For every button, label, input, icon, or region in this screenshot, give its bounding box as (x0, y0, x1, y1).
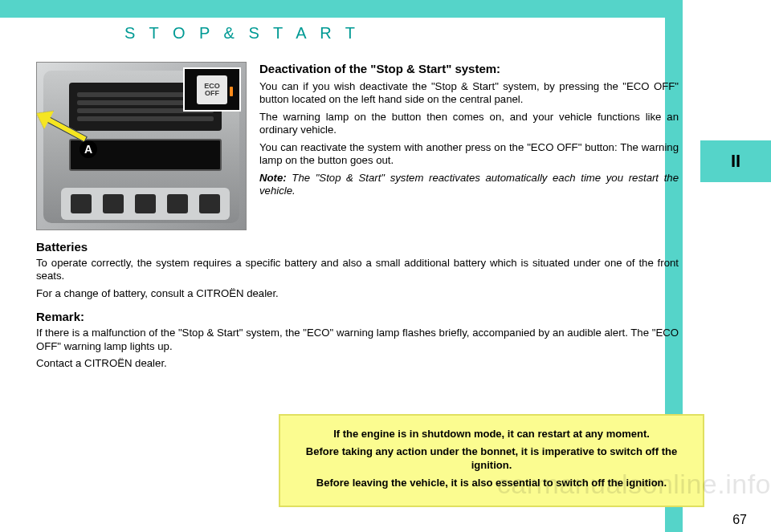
warning-line2: Before taking any action under the bonne… (295, 445, 688, 473)
eco-off-button-inset: ECO OFF (183, 67, 241, 112)
deactivation-p1: You can if you wish deactivate the "Stop… (259, 80, 679, 107)
deactivation-heading: Deactivation of the "Stop & Start" syste… (259, 62, 679, 77)
page-number: 67 (732, 513, 747, 527)
section-tab: II (700, 140, 771, 182)
remark-p2: Contact a CITROËN dealer. (36, 357, 679, 371)
dashboard-photo: ECO OFF (36, 62, 247, 230)
batteries-p2: For a change of battery, consult a CITRO… (36, 287, 679, 301)
remark-heading: Remark: (36, 310, 679, 325)
top-row: ECO OFF A Deactivation of the "Stop & St… (36, 62, 679, 230)
eco-off-led (230, 87, 233, 96)
deactivation-section: Deactivation of the "Stop & Start" syste… (259, 62, 679, 230)
eco-off-button-face: ECO OFF (197, 75, 227, 104)
warning-line1: If the engine is in shutdown mode, it ca… (295, 427, 688, 441)
content-area: S T O P & S T A R T ECO OFF (36, 18, 679, 515)
callout-badge-a: A (80, 140, 97, 158)
warning-line3: Before leaving the vehicle, it is also e… (295, 476, 688, 490)
deactivation-p2: The warning lamp on the button then come… (259, 111, 679, 137)
batteries-heading: Batteries (36, 240, 679, 255)
page-title: S T O P & S T A R T (124, 24, 679, 43)
note-label: Note: (259, 172, 287, 184)
warning-box: If the engine is in shutdown mode, it ca… (279, 414, 704, 507)
eco-label-line2: OFF (205, 90, 219, 97)
dashboard-figure: ECO OFF A (36, 62, 247, 230)
remark-p1: If there is a malfunction of the "Stop &… (36, 327, 679, 353)
deactivation-note: Note: The "Stop & Start" system reactiva… (259, 172, 679, 198)
batteries-p1: To operate correctly, the system require… (36, 257, 679, 283)
note-text: The "Stop & Start" system reactivates au… (259, 172, 679, 197)
deactivation-p3: You can reactivate the system with anoth… (259, 141, 679, 168)
climate-controls (61, 188, 230, 220)
lower-text: Batteries To operate correctly, the syst… (36, 240, 679, 371)
page: II S T O P & S T A R T ECO OFF (0, 0, 771, 532)
